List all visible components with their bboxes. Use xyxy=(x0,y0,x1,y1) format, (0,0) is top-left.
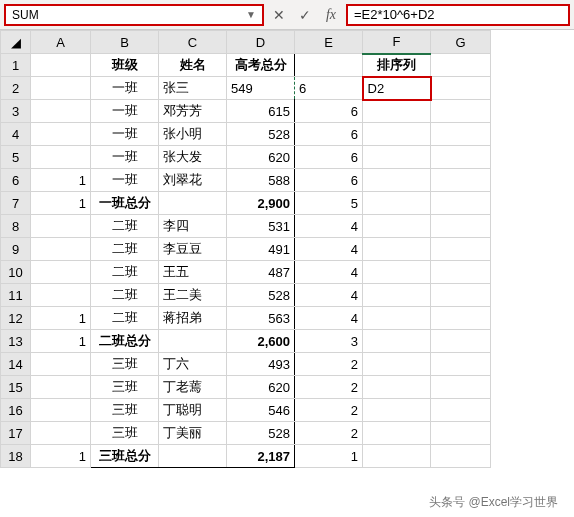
cell[interactable] xyxy=(363,169,431,192)
cell[interactable]: 2 xyxy=(295,422,363,445)
cell[interactable] xyxy=(431,215,491,238)
row-header[interactable]: 1 xyxy=(1,54,31,77)
cell[interactable] xyxy=(363,192,431,215)
cell[interactable] xyxy=(363,100,431,123)
cell[interactable]: 1 xyxy=(31,169,91,192)
cell[interactable]: 二班 xyxy=(91,284,159,307)
cell[interactable]: 二班总分 xyxy=(91,330,159,353)
cell[interactable] xyxy=(363,399,431,422)
cell[interactable]: 王二美 xyxy=(159,284,227,307)
cell[interactable]: 张三 xyxy=(159,77,227,100)
cell[interactable]: 丁六 xyxy=(159,353,227,376)
cell[interactable]: 1 xyxy=(31,445,91,468)
cell[interactable] xyxy=(363,376,431,399)
dropdown-icon[interactable]: ▼ xyxy=(246,9,256,20)
cell[interactable] xyxy=(431,54,491,77)
cancel-icon[interactable]: ✕ xyxy=(268,4,290,26)
cell[interactable]: 493 xyxy=(227,353,295,376)
cell[interactable]: 546 xyxy=(227,399,295,422)
row-header[interactable]: 17 xyxy=(1,422,31,445)
cell[interactable] xyxy=(31,376,91,399)
cell[interactable]: 2,900 xyxy=(227,192,295,215)
cell[interactable]: 5 xyxy=(295,192,363,215)
cell[interactable] xyxy=(431,422,491,445)
col-C[interactable]: C xyxy=(159,31,227,54)
cell[interactable]: D2 xyxy=(363,77,431,100)
row-header[interactable]: 10 xyxy=(1,261,31,284)
cell[interactable]: 邓芳芳 xyxy=(159,100,227,123)
cell[interactable] xyxy=(363,353,431,376)
cell[interactable]: 一班总分 xyxy=(91,192,159,215)
cell[interactable]: 6 xyxy=(295,123,363,146)
cell[interactable]: 4 xyxy=(295,261,363,284)
cell[interactable]: 3 xyxy=(295,330,363,353)
cell[interactable]: 6 xyxy=(295,77,363,100)
cell[interactable] xyxy=(431,238,491,261)
cell[interactable]: 一班 xyxy=(91,169,159,192)
cell[interactable]: 487 xyxy=(227,261,295,284)
cell[interactable]: 一班 xyxy=(91,123,159,146)
cell[interactable]: 528 xyxy=(227,422,295,445)
col-D[interactable]: D xyxy=(227,31,295,54)
cell[interactable]: 一班 xyxy=(91,146,159,169)
cell[interactable]: 班级 xyxy=(91,54,159,77)
enter-icon[interactable]: ✓ xyxy=(294,4,316,26)
cell[interactable]: 王五 xyxy=(159,261,227,284)
row-header[interactable]: 6 xyxy=(1,169,31,192)
cell[interactable] xyxy=(31,422,91,445)
cell[interactable]: 二班 xyxy=(91,238,159,261)
row-header[interactable]: 11 xyxy=(1,284,31,307)
row-header[interactable]: 3 xyxy=(1,100,31,123)
col-A[interactable]: A xyxy=(31,31,91,54)
row-header[interactable]: 4 xyxy=(1,123,31,146)
cell[interactable]: 一班 xyxy=(91,77,159,100)
cell[interactable]: 排序列 xyxy=(363,54,431,77)
cell[interactable]: 三班 xyxy=(91,422,159,445)
cell[interactable] xyxy=(431,100,491,123)
cell[interactable] xyxy=(363,123,431,146)
cell[interactable]: 1 xyxy=(31,192,91,215)
cell[interactable]: 491 xyxy=(227,238,295,261)
cell[interactable] xyxy=(431,399,491,422)
cell[interactable] xyxy=(363,422,431,445)
cell[interactable]: 三班总分 xyxy=(91,445,159,468)
cell[interactable]: 2 xyxy=(295,376,363,399)
cell[interactable] xyxy=(431,77,491,100)
cell[interactable]: 2 xyxy=(295,399,363,422)
cell[interactable]: 4 xyxy=(295,238,363,261)
cell[interactable] xyxy=(431,445,491,468)
cell[interactable]: 6 xyxy=(295,100,363,123)
cell[interactable] xyxy=(31,77,91,100)
row-header[interactable]: 5 xyxy=(1,146,31,169)
spreadsheet-grid[interactable]: ◢ A B C D E F G 1班级姓名高考总分排序列2一班张三5496D23… xyxy=(0,30,574,517)
row-header[interactable]: 8 xyxy=(1,215,31,238)
cell[interactable]: 三班 xyxy=(91,376,159,399)
cell[interactable] xyxy=(363,307,431,330)
cell[interactable] xyxy=(363,445,431,468)
cell[interactable] xyxy=(431,330,491,353)
col-B[interactable]: B xyxy=(91,31,159,54)
cell[interactable]: 2,187 xyxy=(227,445,295,468)
cell[interactable] xyxy=(159,330,227,353)
cell[interactable]: 丁美丽 xyxy=(159,422,227,445)
cell[interactable] xyxy=(31,399,91,422)
cell[interactable]: 刘翠花 xyxy=(159,169,227,192)
cell[interactable]: 4 xyxy=(295,215,363,238)
col-G[interactable]: G xyxy=(431,31,491,54)
cell[interactable]: 三班 xyxy=(91,399,159,422)
cell[interactable] xyxy=(363,215,431,238)
cell[interactable]: 615 xyxy=(227,100,295,123)
cell[interactable] xyxy=(159,445,227,468)
cell[interactable]: 563 xyxy=(227,307,295,330)
cell[interactable] xyxy=(431,307,491,330)
cell[interactable]: 一班 xyxy=(91,100,159,123)
cell[interactable] xyxy=(431,284,491,307)
cell[interactable]: 二班 xyxy=(91,261,159,284)
cell[interactable]: 528 xyxy=(227,123,295,146)
cell[interactable] xyxy=(31,261,91,284)
cell[interactable]: 二班 xyxy=(91,215,159,238)
cell[interactable]: 高考总分 xyxy=(227,54,295,77)
cell[interactable] xyxy=(31,215,91,238)
cell[interactable]: 531 xyxy=(227,215,295,238)
cell[interactable]: 549 xyxy=(227,77,295,100)
